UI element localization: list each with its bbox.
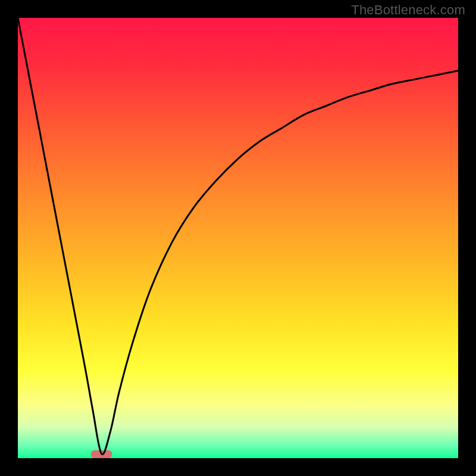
bottleneck-chart xyxy=(18,18,458,458)
watermark-text: TheBottleneck.com xyxy=(351,2,465,18)
plot-area xyxy=(18,18,458,458)
figure-container: TheBottleneck.com xyxy=(0,0,476,476)
